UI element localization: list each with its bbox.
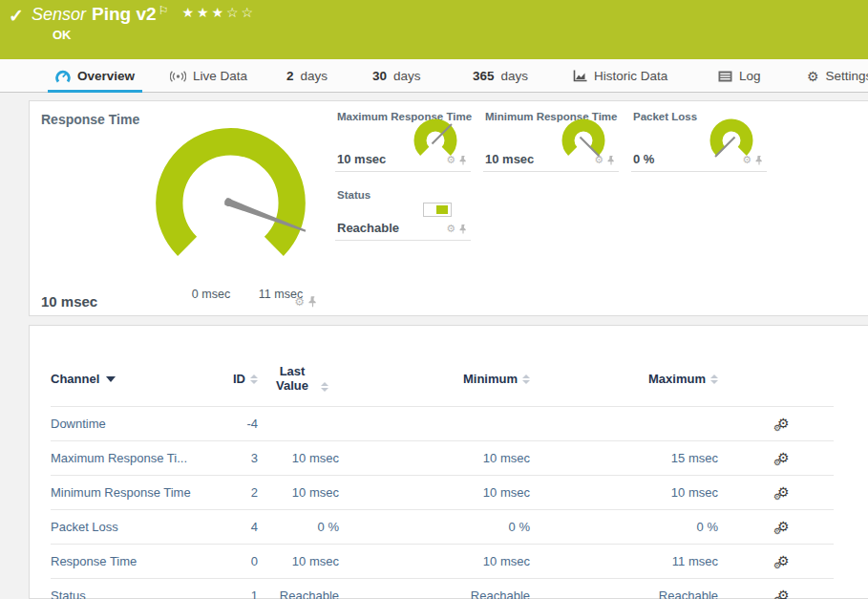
channel-id: 2: [215, 476, 258, 510]
channel-id: -4: [215, 407, 258, 441]
sensor-status-badge: OK: [53, 28, 72, 42]
channel-minimum: 10 msec: [339, 476, 530, 510]
column-header-last-value[interactable]: Last Value: [258, 356, 339, 407]
channel-minimum: 10 msec: [339, 441, 530, 476]
channel-name[interactable]: Minimum Response Time: [51, 476, 215, 510]
gauge-card-packet-loss: Packet Loss 0 % ⚙: [631, 101, 767, 172]
tab-label: days: [301, 69, 328, 83]
gear-icon[interactable]: ⚙: [446, 155, 455, 165]
status-check-icon: ✓: [9, 5, 24, 27]
gauge-icon: [55, 70, 71, 83]
tab-log[interactable]: Log: [718, 59, 761, 93]
sensor-name: Ping v2: [92, 4, 157, 24]
gauge-title: Response Time: [41, 112, 139, 127]
channel-id: 0: [215, 545, 258, 579]
channel-id: 1: [215, 579, 258, 599]
table-row-packet-loss: Packet Loss 4 0 % 0 % 0 % ⚙⚙: [51, 510, 834, 545]
channel-name[interactable]: Response Time: [51, 545, 215, 579]
tab-settings[interactable]: ⚙ Settings: [807, 59, 868, 93]
tab-365-days[interactable]: 365 days: [473, 59, 528, 93]
tab-number: 365: [473, 69, 495, 83]
channel-minimum: 0 %: [339, 510, 530, 545]
status-card-title: Status: [337, 189, 370, 201]
tab-historic-data[interactable]: Historic Data: [573, 59, 667, 93]
channel-id: 3: [215, 441, 258, 476]
channel-maximum: Reachable: [530, 579, 718, 599]
tab-bar: Overview Live Data 2 days 30 days 365 da…: [0, 59, 868, 93]
channel-name[interactable]: Status: [51, 579, 215, 599]
channel-maximum: 10 msec: [530, 476, 718, 510]
gauge-scale-min: 0 msec: [178, 288, 244, 301]
channel-last-value: Reachable: [258, 579, 339, 599]
star-rating[interactable]: ★★★☆☆: [181, 5, 256, 20]
gauges-panel: Response Time 0 msec 11 msec 10 msec ⚙ M…: [29, 100, 868, 316]
pin-icon[interactable]: [607, 156, 615, 165]
gear-icon[interactable]: ⚙: [294, 296, 305, 308]
tab-live-data[interactable]: Live Data: [170, 59, 247, 93]
pin-icon[interactable]: [755, 156, 763, 165]
pin-icon[interactable]: [459, 156, 467, 165]
gear-icon: ⚙: [807, 70, 819, 83]
table-row-downtime: Downtime -4 ⚙⚙: [51, 407, 834, 441]
channel-last-value: [258, 407, 339, 441]
tab-label: Live Data: [193, 69, 247, 83]
column-header-channel[interactable]: Channel: [51, 356, 215, 407]
historic-chart-icon: [573, 70, 587, 82]
gauge-card-minimum-response-time: Minimum Response Time 10 msec ⚙: [483, 101, 619, 172]
gauge-value: 0 %: [633, 152, 654, 166]
channel-table: Channel ID Last Value Minimum Maximum Do…: [51, 356, 834, 599]
pin-icon[interactable]: [308, 296, 317, 308]
tab-number: 2: [286, 69, 294, 83]
sensor-title: SensorPing v2⚐★★★☆☆: [32, 4, 256, 25]
gauge-card-maximum-response-time: Maximum Response Time 10 msec ⚙: [335, 101, 471, 172]
gear-icon[interactable]: ⚙: [594, 155, 603, 165]
channel-settings-icon[interactable]: ⚙⚙: [777, 450, 790, 465]
tab-2-days[interactable]: 2 days: [286, 59, 328, 93]
column-label: Last Value: [268, 364, 316, 393]
channel-last-value: 10 msec: [258, 545, 339, 579]
channel-minimum: [339, 407, 530, 441]
channel-settings-icon[interactable]: ⚙⚙: [777, 519, 790, 534]
column-label: Maximum: [648, 372, 706, 386]
gear-icon[interactable]: ⚙: [742, 155, 752, 165]
channel-settings-icon[interactable]: ⚙⚙: [777, 588, 790, 599]
table-row-maximum-response-time: Maximum Response Ti... 3 10 msec 10 msec…: [51, 441, 834, 476]
gauge-title: Packet Loss: [633, 111, 697, 122]
tab-label: Historic Data: [594, 69, 667, 83]
gear-icon[interactable]: ⚙: [446, 224, 455, 234]
sensor-header: ✓ SensorPing v2⚐★★★☆☆ OK: [0, 0, 868, 59]
column-label: ID: [233, 372, 245, 386]
status-toggle: [423, 203, 452, 217]
table-header-row: Channel ID Last Value Minimum Maximum: [51, 356, 834, 407]
channel-id: 4: [215, 510, 258, 545]
channel-settings-icon[interactable]: ⚙⚙: [777, 484, 790, 500]
column-header-id[interactable]: ID: [215, 356, 258, 407]
sort-icon: [321, 382, 328, 392]
channel-name[interactable]: Downtime: [51, 407, 215, 441]
column-header-settings: [718, 356, 834, 407]
column-header-minimum[interactable]: Minimum: [339, 356, 530, 407]
column-header-maximum[interactable]: Maximum: [530, 356, 718, 407]
sort-icon: [710, 374, 718, 384]
log-icon: [718, 71, 732, 82]
channel-name[interactable]: Maximum Response Ti...: [51, 441, 215, 476]
status-card: Status Reachable ⚙: [335, 180, 471, 241]
flag-icon[interactable]: ⚐: [159, 4, 169, 17]
channel-settings-icon[interactable]: ⚙⚙: [777, 416, 790, 431]
tab-number: 30: [372, 69, 387, 83]
channel-maximum: 11 msec: [530, 545, 718, 579]
pin-icon[interactable]: [459, 225, 467, 234]
tab-overview[interactable]: Overview: [55, 59, 135, 93]
tab-30-days[interactable]: 30 days: [372, 59, 421, 93]
sort-icon: [522, 374, 530, 384]
channel-last-value: 10 msec: [258, 476, 339, 510]
table-row-response-time: Response Time 0 10 msec 10 msec 11 msec …: [51, 545, 834, 579]
tab-label: Log: [739, 69, 761, 83]
channel-settings-icon[interactable]: ⚙⚙: [777, 553, 790, 568]
status-value: Reachable: [337, 221, 399, 235]
tab-label: Overview: [77, 69, 135, 83]
tab-label: Settings: [826, 69, 868, 83]
channel-name[interactable]: Packet Loss: [51, 510, 215, 545]
tab-label: days: [393, 69, 421, 83]
channel-minimum: Reachable: [339, 579, 530, 599]
